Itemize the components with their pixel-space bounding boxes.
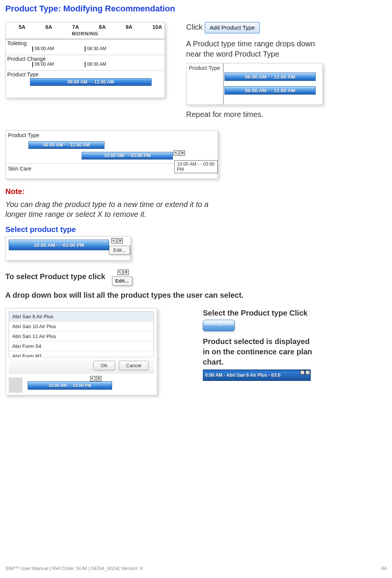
tick-0830b: 08:30 AM [87,62,106,67]
product-type-dropdown-screenshot: Product Type 06:00 AM - - 11:00 AM 06:00… [186,63,323,105]
dialog-button-bar: OK Cancel [9,357,154,374]
strip-bar-1[interactable]: 06:00 AM - - 11:00 AM [28,141,104,149]
product-list-screenshot: Abri San 6 Air Plus Abri San 10 Air Plus… [5,308,157,395]
mini-timebar[interactable]: 10:00 AM - - 03:00 PM [28,381,112,390]
morning-timeline-screenshot: 5A 6A 7A 8A 9A 10A MORNING Toileting 06:… [5,22,165,98]
row-producttype-bar: 06:00 AM - - 11:00 AM [6,77,164,87]
timeline-wrap: 5A 6A 7A 8A 9A 10A MORNING Toileting 06:… [5,22,165,98]
row-productchange-label: Product Change [6,55,164,62]
note-label: Note: [5,187,387,196]
ok-glossy-button[interactable] [203,320,235,331]
tick-icon [32,46,33,52]
edit-icon[interactable] [90,376,95,381]
close-icon[interactable] [180,150,185,156]
close-icon[interactable]: ✕ [305,370,310,375]
edit-icon[interactable] [111,238,117,243]
product-list[interactable]: Abri San 6 Air Plus Abri San 10 Air Plus… [9,311,154,362]
row1-text: Click Add Product Type A Product type ti… [186,22,387,120]
close-icon[interactable] [117,238,123,243]
final-bar-controls: ↖ ✕ [300,370,310,375]
to-select-line: To select Product type click Edit... [5,270,387,285]
ok-button[interactable]: OK [93,361,115,370]
row-producttype-label: Product Type [6,70,164,77]
document-page: Product Type: Modifying Recommendation 5… [0,0,392,578]
row-toileting-label: Toileting [6,39,164,46]
select-click-text: Select the Product type Click [203,308,317,318]
click-line: Click Add Product Type [186,22,387,33]
list-item[interactable]: Abri Form S4 [9,341,153,351]
final-bar-text: 0:00 AM - Abri San 6 Air Plus - 03:0 [205,373,280,378]
list-item[interactable]: Abri San 11 Air Plus [9,332,153,341]
dropdown-list-line: A drop down box will list all the produc… [5,290,387,300]
time-tooltip: 10:00 AM - - 03:00 PM [174,160,218,173]
close-icon[interactable] [123,270,129,275]
list-item[interactable]: Abri San 6 Air Plus [9,312,153,322]
click-word: Click [186,23,202,31]
hdr-8a: 8A [99,24,106,30]
to-select-text: To select Product type click [5,273,105,281]
hdr-7a: 7A [72,24,79,30]
row-1: 5A 6A 7A 8A 9A 10A MORNING Toileting 06:… [5,22,387,120]
row-listpanel: Abri San 6 Air Plus Abri San 10 Air Plus… [5,308,387,395]
right-select-column: Select the Product type Click Product se… [203,308,317,381]
footer-left: SIM™ User Manual | Ref Code: SUM | GEN4_… [5,565,143,571]
cancel-button[interactable]: Cancel [119,361,149,370]
list-item[interactable]: Abri San 10 Air Plus [9,322,153,332]
time-headers: 5A 6A 7A 8A 9A 10A [6,22,164,31]
greyed-area [9,377,22,393]
strip-label-sc: Skin Care [8,166,31,172]
inline-edit-popup[interactable]: Edit... [112,276,132,286]
edit-popup[interactable]: Edit... [109,246,130,254]
hdr-9a: 9A [126,24,133,30]
final-selected-bar[interactable]: 0:00 AM - Abri San 6 Air Plus - 03:0 ↖ ✕ [203,370,311,381]
repeat-text: Repeat for more times. [186,109,387,120]
product-selected-text: Product selected is displayed in on the … [203,336,317,367]
pt-bar-1[interactable]: 06:00 AM - - 11:00 AM [224,73,316,81]
producttype-skincare-screenshot: Product Type 06:00 AM - - 11:00 AM 10:00… [5,130,218,179]
hdr-10a: 10A [152,24,162,30]
footer-page-number: 84 [381,565,387,571]
morning-label: MORNING [6,31,164,39]
hdr-5a: 5A [19,24,25,30]
strip-bar-2[interactable]: 10:00 AM - - 03:00 PM [82,152,173,160]
row-toileting-ticks: 06:00 AM 08:30 AM [6,46,164,55]
edit-icon[interactable] [174,150,179,156]
tick-0830: 08:30 AM [87,46,106,51]
close-icon[interactable] [96,376,101,381]
tick-icon [32,62,33,67]
hdr-6a: 6A [45,24,52,30]
section-title: Product Type: Modifying Recommendation [5,4,387,14]
tick-0600: 06:00 AM [35,46,54,51]
editbar-screenshot: 10:00 AM - - 03:00 PM Edit... [5,236,131,261]
edit-icon[interactable] [117,270,123,275]
editbar-timebar[interactable]: 10:00 AM - - 03:00 PM [9,240,109,250]
strip-edit-close [174,150,185,156]
product-type-time-bar[interactable]: 06:00 AM - - 11:00 AM [30,78,152,86]
tick-icon [85,62,85,67]
mini-timebar-controls [90,376,101,381]
drops-down-text: A Product type time range drops down nea… [186,39,330,59]
add-product-type-button[interactable]: Add Product Type [205,22,260,33]
row-productchange-ticks: 06:00 AM 08:30 AM [6,62,164,70]
pt-bar-2[interactable]: 06:00 AM - - 11:00 AM [224,86,316,95]
edit-icon[interactable]: ↖ [300,370,305,375]
tick-icon [85,46,85,52]
strip-label-pt: Product Type [8,132,39,138]
page-footer: SIM™ User Manual | Ref Code: SUM | GEN4_… [5,565,387,571]
editbar-menu: Edit... [111,238,123,243]
note-body: You can drag the product type to a new t… [5,200,210,219]
inline-edit-widget: Edit... [107,270,132,285]
tick-0600b: 06:00 AM [35,62,54,67]
select-product-type-heading: Select product type [5,225,387,234]
pt-label: Product Type [189,65,220,71]
